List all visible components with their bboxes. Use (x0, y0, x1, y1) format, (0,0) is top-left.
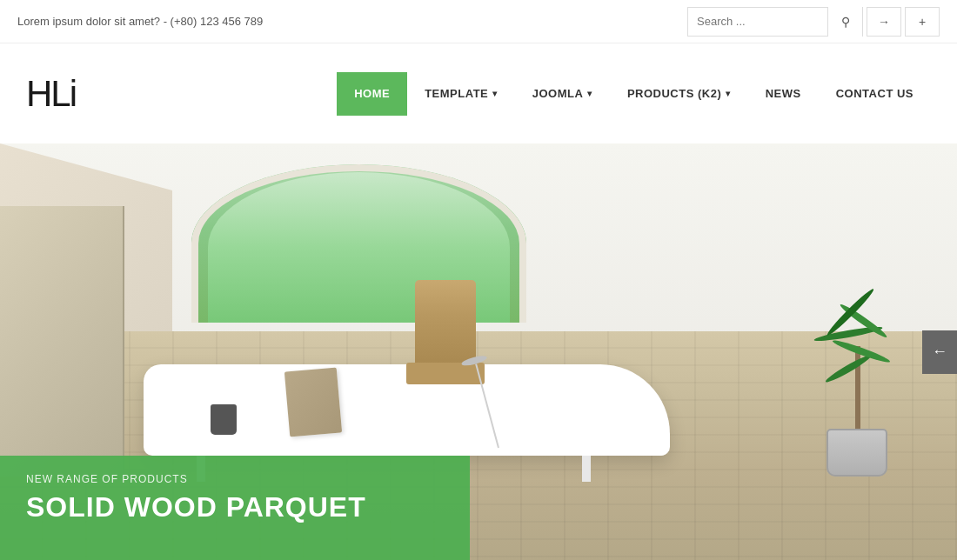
chevron-down-icon: ▾ (492, 89, 498, 98)
hero-text-overlay: NEW RANGE OF PRODUCTS SOLID WOOD PARQUET (0, 456, 470, 560)
chair-seat (406, 363, 485, 384)
nav-item-contact[interactable]: CONTACT US (819, 72, 931, 116)
search-input[interactable] (688, 8, 827, 36)
hero-title: SOLID WOOD PARQUET (26, 492, 444, 523)
arrow-icon: → (878, 15, 890, 29)
topbar: Lorem ipsum dolor sit amet? - (+80) 123 … (0, 0, 957, 43)
chevron-down-icon: ▾ (587, 89, 592, 98)
search-button[interactable]: ⚲ (827, 7, 862, 37)
nav-label-home: HOME (354, 87, 390, 100)
cup (211, 404, 237, 435)
separator: - (164, 15, 167, 28)
search-icon: ⚲ (841, 15, 850, 29)
plus-icon: + (919, 15, 926, 29)
phone: (+80) 123 456 789 (171, 15, 264, 28)
nav-item-template[interactable]: TEMPLATE ▾ (407, 72, 515, 116)
nav-label-template: TEMPLATE (425, 87, 488, 100)
arrow-button[interactable]: → (867, 7, 901, 37)
plant (805, 303, 909, 477)
arrow-left-icon: ← (932, 343, 947, 361)
chair (402, 280, 489, 393)
plus-button[interactable]: + (905, 7, 940, 37)
nav-label-joomla: JOOMLA (532, 87, 584, 100)
search-box: ⚲ (687, 7, 863, 37)
nav-item-home[interactable]: HOME (337, 72, 407, 116)
hero-arrow-button[interactable]: ← (922, 330, 957, 374)
nav-label-products: PRODUCTS (K2) (627, 87, 721, 100)
main-nav: HOME TEMPLATE ▾ JOOMLA ▾ PRODUCTS (K2) ▾… (252, 72, 931, 116)
chevron-down-icon: ▾ (726, 89, 731, 98)
topbar-actions: ⚲ → + (687, 7, 940, 37)
notebook (284, 368, 342, 437)
plant-pot (826, 429, 887, 477)
nav-item-news[interactable]: NEWS (748, 72, 819, 116)
nav-label-news: NEWS (766, 87, 801, 100)
logo-text: HLi (26, 73, 76, 114)
tagline: Lorem ipsum dolor sit amet? (17, 15, 160, 28)
hero-section: ← NEW RANGE OF PRODUCTS SOLID WOOD PARQU… (0, 143, 957, 560)
topbar-info: Lorem ipsum dolor sit amet? - (+80) 123 … (17, 15, 263, 28)
plant-leaf (824, 353, 873, 385)
cabinet (0, 206, 124, 477)
nav-item-joomla[interactable]: JOOMLA ▾ (515, 72, 610, 116)
nav-label-contact: CONTACT US (836, 87, 914, 100)
header: HLi HOME TEMPLATE ▾ JOOMLA ▾ PRODUCTS (K… (0, 43, 957, 143)
chair-back (415, 280, 476, 367)
hero-subtitle: NEW RANGE OF PRODUCTS (26, 473, 444, 485)
nav-item-products[interactable]: PRODUCTS (K2) ▾ (610, 72, 748, 116)
logo[interactable]: HLi (26, 73, 252, 115)
